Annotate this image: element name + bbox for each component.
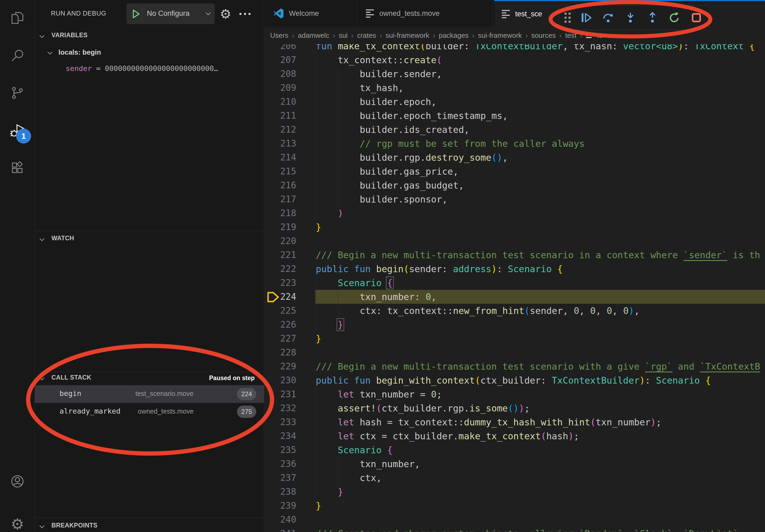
code-line-241[interactable]: /// Creates and shares system objects, a…	[316, 527, 738, 532]
extensions-icon[interactable]	[5, 156, 29, 180]
code-line-209[interactable]: tx_hash,	[360, 81, 404, 95]
line-number-226[interactable]: 226	[272, 318, 296, 332]
code-line-227[interactable]: }	[316, 332, 321, 346]
code-line-222[interactable]: public fun begin(sender: address): Scena…	[316, 262, 563, 276]
breadcrumb-item-sui-framework[interactable]: sui-framework	[385, 31, 429, 40]
line-number-228[interactable]: 228	[272, 346, 296, 360]
code-line-236[interactable]: txn_number,	[360, 457, 420, 471]
line-number-220[interactable]: 220	[272, 234, 296, 248]
line-number-233[interactable]: 233	[272, 415, 296, 429]
locals-collapse-icon[interactable]	[47, 50, 52, 54]
explorer-icon[interactable]	[5, 6, 29, 30]
code-line-232[interactable]: assert!(ctx_builder.rgp.is_some());	[338, 401, 530, 415]
debug-settings-gear-icon[interactable]: ⚙	[220, 8, 231, 20]
tab-welcome[interactable]: Welcome	[264, 0, 357, 27]
line-number-230[interactable]: 230	[272, 374, 296, 387]
code-line-234[interactable]: let ctx = ctx_builder.make_tx_context(ha…	[338, 429, 579, 443]
line-number-216[interactable]: 216	[272, 178, 296, 192]
line-number-232[interactable]: 232	[272, 401, 296, 415]
breadcrumb-file[interactable]: te	[597, 31, 603, 40]
code-line-211[interactable]: builder.epoch_timestamp_ms,	[360, 109, 508, 123]
code-line-223[interactable]: Scenario {	[338, 276, 393, 290]
code-line-207[interactable]: tx_context::create(	[338, 53, 442, 67]
breakpoints-section-title[interactable]: BREAKPOINTS	[51, 522, 98, 529]
code-line-219[interactable]: }	[316, 220, 321, 234]
breadcrumb-item-adamwelc[interactable]: adamwelc	[298, 31, 329, 40]
breadcrumb-item-sources[interactable]: sources	[531, 31, 556, 40]
line-number-225[interactable]: 225	[272, 304, 296, 318]
line-number-211[interactable]: 211	[272, 109, 296, 123]
code-line-217[interactable]: builder.sponsor,	[360, 192, 447, 206]
line-number-214[interactable]: 214	[272, 150, 296, 164]
step-out-icon[interactable]	[646, 12, 659, 24]
line-number-215[interactable]: 215	[272, 164, 296, 178]
code-line-218[interactable]: )	[338, 206, 343, 220]
variable-row[interactable]: sender = 0000000000000000000000000…	[66, 64, 261, 73]
call-stack-section-title[interactable]: CALL STACK	[51, 374, 91, 381]
step-into-icon[interactable]	[624, 12, 637, 24]
line-number-238[interactable]: 238	[272, 485, 296, 499]
code-line-210[interactable]: builder.epoch,	[360, 95, 437, 109]
tab-owned-tests-move[interactable]: owned_tests.move	[357, 0, 493, 27]
line-number-209[interactable]: 209	[272, 81, 296, 95]
breadcrumb-item-users[interactable]: Users	[270, 31, 289, 40]
line-number-239[interactable]: 239	[272, 499, 296, 513]
code-line-208[interactable]: builder.sender,	[360, 67, 442, 81]
code-line-215[interactable]: builder.gas_price,	[360, 164, 458, 178]
step-over-icon[interactable]	[602, 12, 615, 24]
line-number-237[interactable]: 237	[272, 471, 296, 485]
continue-icon[interactable]	[580, 12, 593, 24]
code-line-238[interactable]: }	[338, 485, 343, 499]
call-stack-collapse-icon[interactable]	[39, 375, 44, 380]
watch-section-title[interactable]: WATCH	[51, 235, 74, 242]
line-number-221[interactable]: 221	[272, 248, 296, 262]
editor-code-area[interactable]: 206fun make_tx_context(builder: TxContex…	[264, 0, 765, 532]
code-line-214[interactable]: builder.rgp.destroy_some(),	[360, 150, 508, 164]
code-line-229[interactable]: /// Begin a new multi-transaction test s…	[316, 360, 760, 374]
line-number-218[interactable]: 218	[272, 206, 296, 220]
line-number-219[interactable]: 219	[272, 220, 296, 234]
code-line-225[interactable]: ctx: tx_context::new_from_hint(sender, 0…	[360, 304, 640, 318]
start-debug-config-button[interactable]: No Configura	[127, 3, 215, 24]
watch-collapse-icon[interactable]	[39, 236, 44, 241]
line-number-234[interactable]: 234	[272, 429, 296, 443]
code-line-233[interactable]: let hash = tx_context::dummy_tx_hash_wit…	[338, 415, 661, 429]
code-line-237[interactable]: ctx,	[360, 471, 382, 485]
breadcrumb-item-crates[interactable]: crates	[357, 31, 376, 40]
line-number-229[interactable]: 229	[272, 360, 296, 374]
line-number-207[interactable]: 207	[272, 53, 296, 67]
line-number-222[interactable]: 222	[272, 262, 296, 276]
line-number-235[interactable]: 235	[272, 443, 296, 457]
line-number-227[interactable]: 227	[272, 332, 296, 346]
variables-section-title[interactable]: VARIABLES	[51, 32, 88, 39]
run-and-debug-icon[interactable]: 1	[5, 119, 29, 142]
breadcrumb-item-sui[interactable]: sui	[339, 31, 348, 40]
code-line-239[interactable]: }	[316, 499, 321, 513]
line-number-212[interactable]: 212	[272, 123, 296, 136]
code-line-213[interactable]: // rgp must be set from the caller alway…	[360, 136, 585, 150]
code-line-235[interactable]: Scenario {	[338, 443, 393, 457]
line-number-210[interactable]: 210	[272, 95, 296, 109]
code-line-216[interactable]: builder.gas_budget,	[360, 178, 464, 192]
more-actions-icon[interactable]	[239, 13, 251, 15]
code-line-226[interactable]: }	[338, 318, 343, 332]
code-line-221[interactable]: /// Begin a new multi-transaction test s…	[316, 248, 760, 262]
line-number-240[interactable]: 240	[272, 513, 296, 527]
stop-icon[interactable]	[690, 12, 703, 24]
line-number-208[interactable]: 208	[272, 67, 296, 81]
restart-icon[interactable]	[668, 12, 681, 24]
breadcrumb-item-test[interactable]: test	[565, 31, 576, 40]
breakpoints-collapse-icon[interactable]	[39, 523, 44, 528]
variables-scope[interactable]: locals: begin	[58, 48, 101, 57]
stack-frame-begin[interactable]: begintest_scenario.move224	[35, 385, 264, 403]
toolbar-drag-grip-icon[interactable]	[564, 13, 571, 23]
code-line-230[interactable]: public fun begin_with_context(ctx_builde…	[316, 374, 711, 387]
line-number-241[interactable]: 241	[272, 527, 296, 532]
stack-frame-already-marked[interactable]: already_markedowned_tests.move275	[35, 403, 264, 420]
line-number-231[interactable]: 231	[272, 387, 296, 401]
breadcrumb-item-sui-framework[interactable]: sui-framework	[478, 31, 522, 40]
line-number-223[interactable]: 223	[272, 276, 296, 290]
code-line-212[interactable]: builder.ids_created,	[360, 123, 469, 136]
code-line-231[interactable]: let txn_number = 0;	[338, 387, 442, 401]
line-number-236[interactable]: 236	[272, 457, 296, 471]
